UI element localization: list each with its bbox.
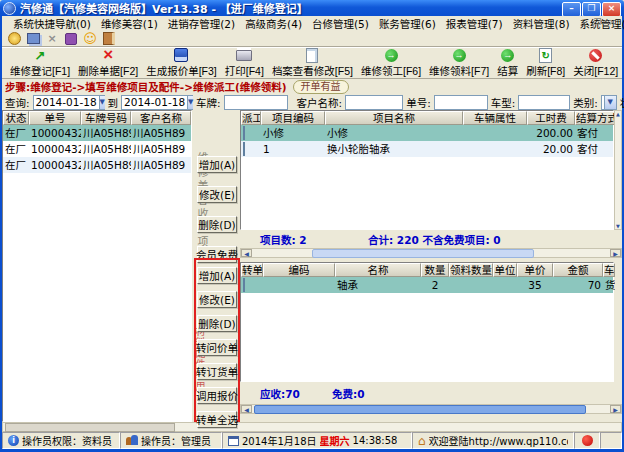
make-quote-button[interactable]: 生成报价单[F3] [142, 48, 221, 78]
menu-item-business[interactable]: 高级商务(4) [240, 16, 307, 31]
parts-header-row: 转单 编码 名称 数量 领料数量 单位 单价 金额 车 [241, 263, 613, 277]
cross-icon[interactable]: × [45, 32, 59, 45]
right-panel: 派工 项目编码 项目名称 车辆属性 工时费 结算方式 小修 小修 200.00 … [240, 110, 622, 422]
part-edit-button[interactable]: 修改(E) [197, 291, 237, 308]
orders-header-row: 状态 单号 车牌号码 客户名称 [3, 111, 191, 125]
part-add-button[interactable]: 增加(A) [197, 267, 237, 284]
repair-register-icon [32, 48, 48, 62]
table-row[interactable]: 轴承 2 35 70 货车 [241, 277, 613, 293]
to-purchase-order-button[interactable]: 转订货单 [197, 363, 237, 380]
load-quote-button[interactable]: 调用报价 [197, 387, 237, 404]
window-title: 汽修通【汽修美容网络版】Ver13.38 - 【进厂维修登记】 [20, 0, 308, 16]
col-dispatch: 派工 [241, 111, 261, 125]
menu-item-workbench[interactable]: 台修管理(5) [307, 16, 374, 31]
col-amount: 金额 [553, 263, 603, 277]
dispatch-checkbox[interactable] [243, 142, 245, 156]
orders-table: 状态 单号 车牌号码 客户名称 在厂 100004328 川A05H89 川A0… [2, 110, 192, 422]
cards-icon[interactable] [26, 32, 40, 45]
settle-button[interactable]: 结算 [493, 48, 522, 78]
query-bar: 查询: 2014-01-18 ▼ 到 2014-01-18 ▼ 车牌: 客户名称… [2, 94, 622, 110]
chevron-down-icon[interactable]: ▼ [99, 96, 105, 109]
menu-item-repair[interactable]: 维修美容(1) [96, 16, 163, 31]
menu-item-nav[interactable]: 系统快捷导航(0) [8, 16, 96, 31]
dispatch-checkbox[interactable] [243, 126, 245, 140]
customer-input[interactable] [345, 95, 403, 110]
chevron-down-icon[interactable]: ▼ [604, 96, 616, 109]
pick-material-button[interactable]: 维修领料[F7] [425, 48, 493, 78]
coins-icon[interactable] [7, 32, 21, 45]
quick-bar: × ☺ [2, 31, 622, 47]
minimize-button[interactable]: – [562, 2, 581, 17]
col-part-name: 名称 [335, 263, 421, 277]
mdi-window-controls[interactable]: – ❐ × [582, 17, 618, 27]
col-plate: 车牌号码 [81, 111, 131, 125]
item-add-button[interactable]: 增加(A) [197, 156, 237, 173]
table-row[interactable]: 在厂 100004327 川A05H89 川A05H89 [3, 141, 191, 157]
scroll-thumb[interactable] [254, 405, 586, 414]
scroll-thumb[interactable] [312, 249, 534, 258]
table-row[interactable]: 1 换小轮胎轴承 20.00 客付 [241, 141, 613, 157]
col-picked-qty: 领料数量 [449, 263, 493, 277]
repair-register-button[interactable]: 维修登记[F1] [6, 48, 74, 78]
table-row[interactable]: 在厂 100004328 川A05H89 川A05H89 [3, 125, 191, 141]
date-from-picker[interactable]: 2014-01-18 ▼ [33, 95, 105, 110]
app-window: 汽修通【汽修美容网络版】Ver13.38 - 【进厂维修登记】 – ❐ × 系统… [0, 0, 624, 452]
model-input[interactable] [518, 95, 570, 110]
main-toolbar: 维修登记[F1] 删除单据[F2] 生成报价单[F3] 打印[F4] 档案查看修… [2, 47, 622, 79]
refresh-icon [538, 48, 554, 62]
col-settle-mode: 结算方式 [575, 111, 615, 125]
menu-item-inventory[interactable]: 进销存管理(2) [163, 16, 240, 31]
stamp-icon[interactable] [64, 32, 78, 45]
order-input[interactable] [434, 95, 488, 110]
open-bill-button[interactable]: 开单有益 [293, 80, 349, 94]
model-label: 车型: [491, 95, 516, 110]
plate-input[interactable] [224, 95, 288, 110]
parts-table: 转单 编码 名称 数量 领料数量 单位 单价 金额 车 轴承 2 35 70 货… [240, 262, 614, 382]
delete-bill-button[interactable]: 删除单据[F2] [74, 48, 142, 78]
refresh-button[interactable]: 刷新[F8] [522, 48, 569, 78]
col-transfer: 转单 [241, 263, 263, 277]
window-horizontal-scrollbar[interactable] [2, 422, 622, 432]
items-vertical-scrollbar[interactable]: ▲ ▼ [614, 110, 622, 230]
menu-item-reports[interactable]: 报表管理(7) [441, 16, 508, 31]
app-icon [3, 2, 16, 15]
menu-item-data[interactable]: 资料管理(8) [508, 16, 575, 31]
operator-icon [126, 435, 138, 446]
date-to-picker[interactable]: 2014-01-18 ▼ [121, 95, 193, 110]
smiley-icon[interactable]: ☺ [83, 32, 97, 45]
item-delete-button[interactable]: 删除(D) [197, 216, 237, 233]
parts-horizontal-scrollbar[interactable]: ◀ ▶ [240, 404, 622, 414]
select-all-transfer-button[interactable]: 转单全选 [197, 411, 237, 428]
close-form-button[interactable]: 关闭[F12] [569, 48, 622, 78]
part-delete-button[interactable]: 删除(D) [197, 315, 237, 332]
step-bar: 步骤:维修登记->填写维修项目及配件->维修派工(维修领料) 开单有益 [2, 80, 622, 93]
welcome-link[interactable]: 欢迎登陆http://www.qp110.com [429, 433, 568, 448]
col-order-no: 单号 [29, 111, 81, 125]
col-truncated: 车 [603, 263, 615, 277]
scroll-right-icon[interactable]: ▶ [610, 249, 621, 257]
save-quote-icon [173, 48, 189, 62]
plate-label: 车牌: [196, 95, 221, 110]
scroll-thumb[interactable] [5, 423, 175, 432]
scroll-right-icon[interactable]: ▶ [610, 405, 621, 413]
settle-icon [500, 48, 516, 62]
transfer-checkbox[interactable] [243, 278, 245, 292]
assign-work-button[interactable]: 维修领工[F6] [357, 48, 425, 78]
scroll-left-icon[interactable]: ◀ [241, 405, 252, 413]
menu-item-accounting[interactable]: 账务管理(6) [374, 16, 441, 31]
to-inquiry-button[interactable]: 转问价单 [197, 339, 237, 356]
close-button[interactable]: × [602, 2, 621, 17]
middle-panel: 维修美容收费项目 增加(A) 修改(E) 删除(D) 会员免费 材料配件领用 增… [192, 110, 240, 422]
print-button[interactable]: 打印[F4] [221, 48, 268, 78]
chevron-down-icon[interactable]: ▼ [187, 96, 193, 109]
table-row[interactable]: 在厂 100004326 川A05H89 川A05H89 [3, 157, 191, 173]
item-edit-button[interactable]: 修改(E) [197, 186, 237, 203]
restore-button[interactable]: ❐ [582, 2, 601, 17]
exit-door-icon[interactable] [102, 32, 116, 45]
items-horizontal-scrollbar[interactable]: ◀ ▶ [240, 248, 622, 258]
archive-view-button[interactable]: 档案查看修改[F5] [268, 48, 357, 78]
col-unit: 单位 [493, 263, 517, 277]
scroll-left-icon[interactable]: ◀ [241, 249, 252, 257]
category-select[interactable]: ▼ [601, 95, 617, 110]
table-row[interactable]: 小修 小修 200.00 客付 [241, 125, 613, 141]
